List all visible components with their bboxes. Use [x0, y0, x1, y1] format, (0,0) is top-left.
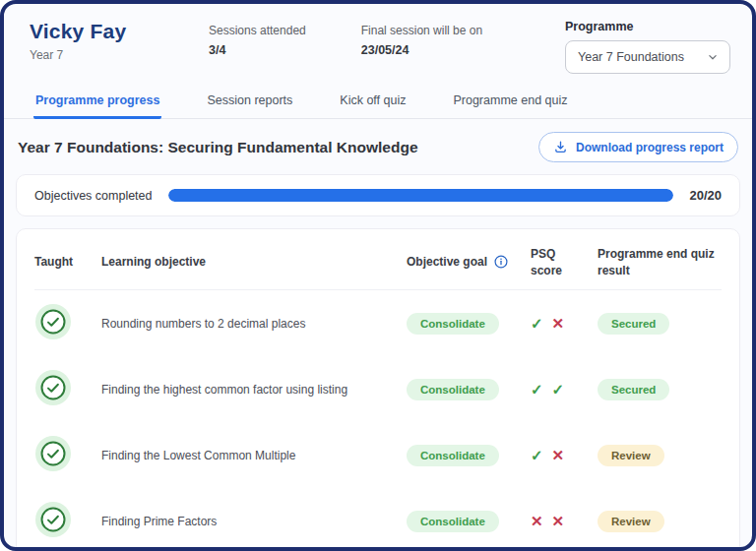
progress-label: Objectives completed	[34, 189, 153, 203]
progress-value: 20/20	[689, 188, 722, 203]
tab-programme-progress[interactable]: Programme progress	[33, 88, 161, 119]
objectives-progress-card: Objectives completed 20/20	[16, 174, 740, 216]
info-icon[interactable]	[493, 254, 509, 270]
stat-label: Final session will be on	[361, 24, 482, 37]
objective-goal-cell: Consolidate	[407, 313, 517, 335]
psq-cross-icon: ✕	[552, 514, 565, 528]
stat-final-session: Final session will be on 23/05/24	[361, 20, 482, 57]
objective-goal-badge: Consolidate	[407, 313, 499, 335]
student-progress-window: Vicky Fay Year 7 Sessions attended 3/4 F…	[0, 0, 756, 551]
header: Vicky Fay Year 7 Sessions attended 3/4 F…	[4, 4, 752, 74]
taught-cell	[34, 501, 88, 542]
taught-check-icon	[34, 501, 72, 538]
learning-objective: Finding the highest common factor using …	[101, 383, 393, 397]
psq-check-icon: ✓	[531, 448, 543, 462]
tab-session-reports[interactable]: Session reports	[205, 88, 294, 119]
programme-picker: Programme Year 7 Foundations	[565, 20, 730, 74]
download-progress-report-button[interactable]: Download progress report	[538, 132, 738, 162]
column-header-learning-objective: Learning objective	[101, 254, 393, 271]
programme-select[interactable]: Year 7 Foundations	[565, 40, 730, 74]
table-row: Finding Prime Factors Consolidate ✕✕ Rev…	[34, 488, 722, 551]
main-content: Year 7 Foundations: Securing Fundamental…	[4, 132, 752, 551]
objectives-table: Taught Learning objective Objective goal…	[16, 228, 740, 551]
chevron-down-icon	[706, 50, 720, 64]
psq-cross-icon: ✕	[531, 514, 543, 528]
psq-check-icon: ✓	[531, 316, 543, 331]
learning-objective: Finding the Lowest Common Multiple	[101, 449, 393, 462]
objective-goal-badge: Consolidate	[407, 511, 499, 532]
learning-objective: Rounding numbers to 2 decimal places	[101, 317, 393, 331]
psq-score-cell: ✓✓	[531, 382, 584, 397]
taught-check-icon	[34, 435, 72, 472]
table-row: Finding the Lowest Common Multiple Conso…	[34, 422, 722, 488]
download-button-label: Download progress report	[576, 141, 724, 154]
taught-cell	[34, 369, 88, 410]
tab-bar: Programme progress Session reports Kick …	[4, 88, 752, 119]
column-header-psq-score: PSQ score	[531, 246, 584, 279]
objective-goal-header-label: Objective goal	[407, 254, 487, 271]
psq-cross-icon: ✕	[552, 316, 565, 331]
progress-bar-fill	[168, 189, 674, 202]
quiz-result-cell: Review	[598, 511, 722, 532]
tab-programme-end-quiz[interactable]: Programme end quiz	[451, 88, 569, 119]
column-header-quiz-result: Programme end quiz result	[598, 246, 722, 279]
psq-cross-icon: ✕	[552, 448, 565, 462]
quiz-result-cell: Secured	[598, 379, 722, 400]
tab-kick-off-quiz[interactable]: Kick off quiz	[338, 88, 408, 119]
download-icon	[553, 140, 568, 154]
quiz-result-cell: Secured	[598, 313, 722, 335]
stat-sessions-attended: Sessions attended 3/4	[209, 20, 306, 57]
stat-value: 23/05/24	[361, 43, 482, 57]
taught-check-icon	[34, 303, 72, 340]
psq-score-cell: ✓✕	[531, 448, 584, 462]
title-row: Year 7 Foundations: Securing Fundamental…	[18, 132, 738, 162]
progress-bar	[168, 189, 674, 202]
quiz-result-cell: Review	[598, 445, 722, 466]
stat-label: Sessions attended	[209, 24, 306, 37]
quiz-result-badge: Secured	[598, 313, 669, 335]
psq-check-icon: ✓	[552, 382, 565, 397]
objective-goal-badge: Consolidate	[407, 379, 499, 400]
page-title: Year 7 Foundations: Securing Fundamental…	[18, 139, 418, 156]
programme-label: Programme	[565, 20, 730, 33]
objective-goal-badge: Consolidate	[407, 445, 499, 466]
student-name: Vicky Fay	[30, 20, 209, 43]
table-body: Rounding numbers to 2 decimal places Con…	[34, 290, 722, 551]
psq-check-icon: ✓	[531, 382, 543, 397]
taught-cell	[34, 303, 88, 344]
quiz-result-badge: Review	[598, 445, 664, 466]
objective-goal-cell: Consolidate	[407, 379, 517, 400]
learning-objective: Finding Prime Factors	[101, 515, 393, 528]
table-header-row: Taught Learning objective Objective goal…	[34, 235, 722, 290]
taught-cell	[34, 435, 88, 476]
taught-check-icon	[34, 369, 72, 406]
stat-value: 3/4	[209, 43, 306, 57]
column-header-taught: Taught	[34, 254, 88, 271]
column-header-objective-goal: Objective goal	[407, 254, 517, 271]
psq-score-cell: ✓✕	[531, 316, 584, 331]
table-row: Rounding numbers to 2 decimal places Con…	[34, 290, 722, 356]
objective-goal-cell: Consolidate	[407, 511, 517, 532]
table-row: Finding the highest common factor using …	[34, 356, 722, 422]
quiz-result-badge: Secured	[598, 379, 669, 400]
programme-selected-value: Year 7 Foundations	[578, 50, 684, 64]
quiz-result-badge: Review	[598, 511, 664, 532]
student-year: Year 7	[30, 48, 209, 62]
psq-score-cell: ✕✕	[531, 514, 584, 528]
student-info: Vicky Fay Year 7	[30, 20, 209, 62]
objective-goal-cell: Consolidate	[407, 445, 517, 466]
